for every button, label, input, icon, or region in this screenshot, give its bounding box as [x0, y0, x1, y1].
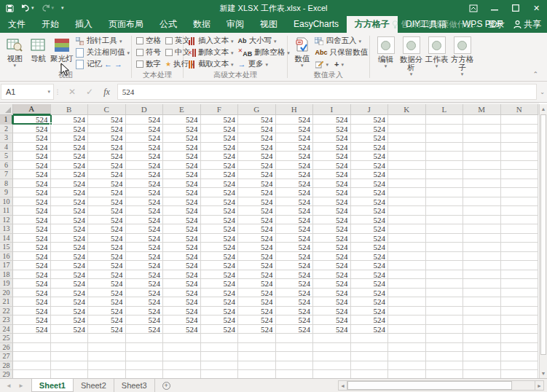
cell-J22[interactable]: 524 [351, 307, 389, 316]
scroll-up-icon[interactable]: ▲ [540, 104, 547, 114]
cell-A16[interactable]: 524 [13, 252, 51, 262]
cell-B16[interactable]: 524 [51, 252, 89, 262]
value-button[interactable]: 数值 ▾ [292, 35, 312, 68]
cell-C14[interactable]: 524 [88, 234, 126, 243]
close-button[interactable]: ✕ [526, 0, 547, 16]
cell-F10[interactable]: 524 [201, 197, 239, 207]
cell-M17[interactable] [463, 261, 501, 270]
cell-I22[interactable]: 524 [313, 307, 351, 316]
cell-I6[interactable]: 524 [313, 161, 351, 170]
cell-G4[interactable]: 524 [238, 143, 276, 152]
cell-H16[interactable]: 524 [276, 252, 314, 262]
row-header-20[interactable]: 20 [0, 289, 13, 298]
cell-L17[interactable] [426, 261, 464, 270]
cell-K12[interactable] [388, 216, 426, 225]
row-header-28[interactable]: 28 [0, 361, 13, 371]
cell-A20[interactable]: 524 [13, 289, 51, 298]
checkbox-symbol[interactable]: 符号 [136, 47, 161, 58]
cell-A15[interactable]: 524 [13, 243, 51, 252]
horizontal-scroll-track[interactable] [347, 380, 535, 391]
cell-E6[interactable]: 524 [163, 161, 201, 170]
cell-B8[interactable]: 524 [51, 179, 89, 189]
cell-J16[interactable]: 524 [351, 252, 389, 262]
cell-F28[interactable] [201, 361, 239, 371]
more-text-button[interactable]: → 更多▾ [238, 58, 290, 70]
cell-I26[interactable] [313, 343, 351, 353]
cell-K23[interactable] [388, 315, 426, 325]
horizontal-scroll-thumb[interactable] [347, 381, 512, 390]
cell-D12[interactable]: 524 [126, 216, 164, 225]
cell-K2[interactable] [388, 125, 426, 134]
cell-J19[interactable]: 524 [351, 279, 389, 289]
cell-H8[interactable]: 524 [276, 179, 314, 189]
cell-D11[interactable]: 524 [126, 206, 164, 216]
trim-spaces-button[interactable]: ✕AB 删除空格▾ [238, 47, 290, 58]
cell-A21[interactable]: 524 [13, 297, 51, 307]
column-header-A[interactable]: A [13, 104, 51, 115]
cell-L16[interactable] [426, 252, 464, 262]
cell-J27[interactable] [351, 352, 389, 361]
cell-N5[interactable] [501, 152, 539, 161]
cell-H2[interactable]: 524 [276, 125, 314, 134]
cell-M16[interactable] [463, 252, 501, 262]
pointer-tool-button[interactable]: 指针工具 ▾ [76, 35, 130, 47]
cell-B18[interactable]: 524 [51, 270, 89, 280]
name-box-caret-icon[interactable]: ▾ [47, 89, 50, 95]
cell-C13[interactable]: 524 [88, 224, 126, 234]
cell-K9[interactable] [388, 188, 426, 197]
cell-N8[interactable] [501, 179, 539, 189]
cell-N14[interactable] [501, 234, 539, 243]
cell-F2[interactable]: 524 [201, 125, 239, 134]
row-header-24[interactable]: 24 [0, 325, 13, 334]
column-header-D[interactable]: D [126, 104, 164, 115]
cell-H14[interactable]: 524 [276, 234, 314, 243]
cell-B21[interactable]: 524 [51, 297, 89, 307]
cell-M4[interactable] [463, 143, 501, 152]
cell-G26[interactable] [238, 343, 276, 353]
column-header-M[interactable]: M [463, 104, 501, 115]
cell-N7[interactable] [501, 170, 539, 179]
cell-G9[interactable]: 524 [238, 188, 276, 197]
select-all-button[interactable] [0, 104, 13, 115]
cell-K4[interactable] [388, 143, 426, 152]
row-header-6[interactable]: 6 [0, 161, 13, 170]
cell-L20[interactable] [426, 289, 464, 298]
cell-I9[interactable]: 524 [313, 188, 351, 197]
row-header-13[interactable]: 13 [0, 224, 13, 234]
cell-J23[interactable]: 524 [351, 315, 389, 325]
edit-cell-caret-icon[interactable]: ▾ [326, 62, 328, 67]
cell-C10[interactable]: 524 [88, 197, 126, 207]
cell-M28[interactable] [463, 361, 501, 371]
sheet-nav-right-icon[interactable]: ► [18, 383, 24, 389]
cell-D26[interactable] [126, 343, 164, 353]
cell-A24[interactable]: 524 [13, 325, 51, 334]
cell-M15[interactable] [463, 243, 501, 252]
remove-text-button[interactable]: ✕ 删除文本▾ [187, 47, 234, 58]
same-value-button[interactable]: 关注相同值 ▾ [76, 47, 130, 58]
cell-C9[interactable]: 524 [88, 188, 126, 197]
cell-L14[interactable] [426, 234, 464, 243]
cell-D6[interactable]: 524 [126, 161, 164, 170]
cell-I2[interactable]: 524 [313, 125, 351, 134]
active-cell-selection[interactable] [12, 115, 52, 125]
cell-F13[interactable]: 524 [201, 224, 239, 234]
tell-me-box[interactable]: 告诉我您想要做什么... [392, 19, 480, 30]
row-header-10[interactable]: 10 [0, 197, 13, 207]
cell-H15[interactable]: 524 [276, 243, 314, 252]
cell-I18[interactable]: 524 [313, 270, 351, 280]
cell-E16[interactable]: 524 [163, 252, 201, 262]
cell-A2[interactable]: 524 [13, 125, 51, 134]
cell-H25[interactable] [276, 334, 314, 343]
cell-H10[interactable]: 524 [276, 197, 314, 207]
sheet-nav-left-icon[interactable]: ◄ [6, 383, 12, 389]
cell-K29[interactable] [388, 370, 426, 378]
cell-G8[interactable]: 524 [238, 179, 276, 189]
cell-K19[interactable] [388, 279, 426, 289]
cell-F4[interactable]: 524 [201, 143, 239, 152]
cell-C12[interactable]: 524 [88, 216, 126, 225]
cell-F19[interactable]: 524 [201, 279, 239, 289]
sheet-tab-Sheet3[interactable]: Sheet3 [114, 379, 155, 392]
cell-C27[interactable] [88, 352, 126, 361]
insert-text-button[interactable]: 插入文本▾ [187, 35, 234, 47]
cell-A5[interactable]: 524 [13, 152, 51, 161]
